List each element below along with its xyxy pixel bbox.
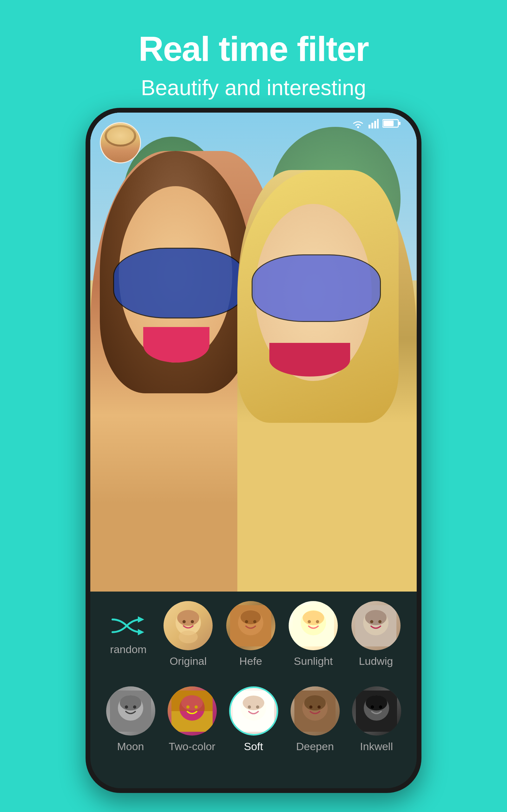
random-label: random [110,643,147,656]
filter-item-moon[interactable]: Moon [103,687,158,753]
filter-face-sunlight [289,601,338,650]
video-area: 👍 100 ! [90,113,417,592]
filter-item-ludwig[interactable]: Ludwig [348,601,404,667]
svg-rect-34 [293,605,334,647]
svg-point-21 [191,620,194,623]
filter-row-1: random [90,592,417,677]
filter-item-two-color[interactable]: Two-color [164,687,220,753]
filter-circle-original [164,601,213,650]
filter-circle-moon [106,687,155,735]
filter-circle-inkwell [352,687,401,735]
svg-marker-16 [138,616,144,623]
filter-circle-sunlight [289,601,338,650]
svg-point-67 [379,705,382,709]
svg-rect-62 [294,691,336,732]
filter-face-ludwig [351,601,400,650]
filter-item-deepen[interactable]: Deepen [287,687,343,753]
svg-rect-50 [171,691,213,711]
filter-item-hefe[interactable]: Hefe [223,601,279,667]
filter-label-original: Original [170,655,207,667]
filter-circle-hefe [226,601,275,650]
filter-face-two-color [168,687,217,735]
svg-rect-28 [230,605,271,647]
random-filter[interactable]: random [103,613,154,656]
svg-point-19 [177,610,199,626]
svg-marker-17 [138,629,144,635]
filter-face-original [164,601,213,650]
hero-subtitle: Beautify and interesting [0,75,507,100]
filter-circle-two-color [168,687,217,735]
svg-point-44 [133,705,136,709]
filter-face-soft [231,688,277,734]
svg-point-22 [179,630,198,643]
filter-face-deepen [291,687,340,735]
filter-panel: random [90,592,417,788]
phone-frame: 👍 100 ! [86,108,421,793]
svg-rect-3 [374,121,376,129]
filter-label-inkwell: Inkwell [360,740,393,753]
battery-icon [383,119,401,128]
filter-item-inkwell[interactable]: Inkwell [349,687,404,753]
svg-point-37 [365,610,387,625]
filter-label-soft: Soft [244,740,263,753]
filter-label-ludwig: Ludwig [359,655,393,667]
phone-mockup: 👍 100 ! [86,108,421,793]
wifi-icon [351,118,365,129]
filter-circle-ludwig [351,601,400,650]
filter-circle-soft [229,687,278,735]
phone-screen: 👍 100 ! [90,113,417,788]
video-background [90,113,417,592]
svg-point-42 [120,695,141,711]
app-screen: Real time filter Beautify and interestin… [0,0,507,812]
filter-row-2: Moon [90,677,417,762]
svg-rect-2 [372,123,373,129]
filter-face-inkwell [352,687,401,735]
filter-item-soft[interactable]: Soft [226,687,281,753]
svg-rect-4 [377,119,379,129]
svg-rect-56 [233,691,274,732]
filter-circle-deepen [291,687,340,735]
svg-point-66 [371,705,374,709]
avatar-small [100,122,141,163]
filter-label-moon: Moon [117,740,144,753]
filter-item-original[interactable]: Original [160,601,216,667]
svg-point-38 [370,620,373,623]
svg-point-39 [378,620,382,623]
svg-point-0 [357,126,359,128]
signal-icon [369,118,379,129]
filter-label-sunlight: Sunlight [294,655,333,667]
filter-label-two-color: Two-color [169,740,215,753]
svg-point-43 [125,705,128,709]
filter-face-moon [106,687,155,735]
random-icon [111,613,146,639]
filter-label-hefe: Hefe [239,655,262,667]
svg-rect-1 [369,125,371,129]
hero-title: Real time filter [0,0,507,69]
svg-point-20 [182,620,186,623]
filter-face-hefe [226,601,275,650]
status-bar [351,118,401,129]
svg-rect-6 [399,122,400,125]
filter-item-sunlight[interactable]: Sunlight [285,601,342,667]
filter-label-deepen: Deepen [296,740,334,753]
svg-rect-7 [383,120,394,126]
svg-point-65 [366,695,387,711]
